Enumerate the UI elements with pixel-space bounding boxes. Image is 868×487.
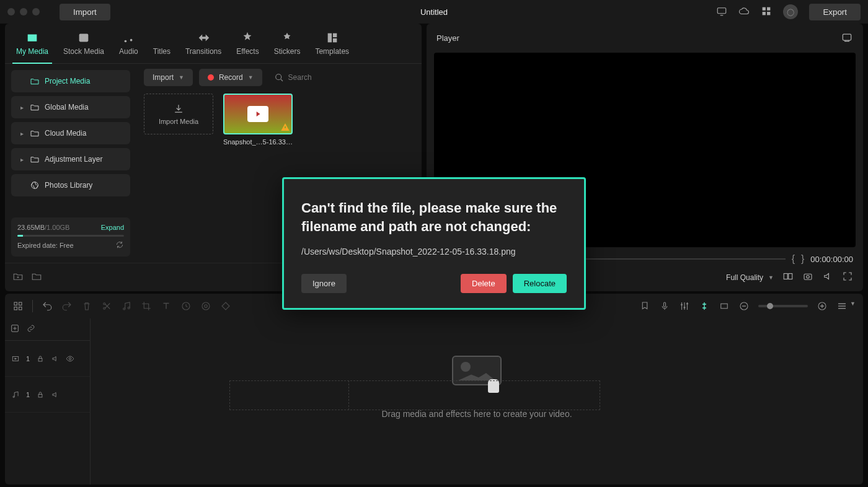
audio-track-header[interactable]: 1	[5, 377, 90, 413]
text-icon[interactable]	[161, 301, 172, 312]
delete-button[interactable]: Delete	[461, 274, 507, 293]
sidebar-item-global-media[interactable]: ▸ Global Media	[11, 96, 130, 118]
link-icon[interactable]	[26, 323, 36, 335]
keyframe-icon[interactable]	[220, 301, 231, 312]
tab-label: Audio	[119, 47, 138, 56]
sidebar-item-photos-library[interactable]: Photos Library	[11, 174, 130, 196]
volume-icon[interactable]	[822, 271, 833, 284]
import-button[interactable]: Import	[60, 4, 110, 20]
export-button[interactable]: Export	[809, 4, 861, 20]
svg-rect-22	[14, 302, 17, 305]
player-title: Player	[436, 33, 459, 43]
undo-icon[interactable]	[42, 301, 53, 312]
snapshot-icon[interactable]	[802, 271, 813, 284]
tracks-area[interactable]: Drag media and effects here to create yo…	[91, 318, 863, 485]
media-thumbnail	[223, 94, 293, 134]
crop-icon[interactable]	[141, 301, 152, 312]
asset-tabs: My Media Stock Media Audio Titles Transi…	[5, 24, 422, 64]
mixer-icon[interactable]	[679, 301, 690, 312]
lock-icon[interactable]	[36, 390, 45, 399]
tab-effects[interactable]: Effects	[232, 29, 262, 63]
refresh-icon[interactable]	[115, 240, 124, 250]
ignore-button[interactable]: Ignore	[301, 274, 347, 293]
storage-widget: 23.65MB/1.00GB Expand Expired date: Free	[11, 217, 130, 257]
tab-stickers[interactable]: Stickers	[270, 29, 304, 63]
disclosure-icon[interactable]: ▸	[19, 104, 25, 111]
tab-transitions[interactable]: Transitions	[182, 29, 225, 63]
visibility-icon[interactable]	[66, 354, 74, 363]
svg-rect-37	[721, 304, 728, 309]
search-input[interactable]	[288, 73, 397, 82]
svg-point-26	[104, 303, 105, 305]
expand-storage-button[interactable]: Expand	[101, 224, 124, 231]
sidebar-item-cloud-media[interactable]: ▸ Cloud Media	[11, 122, 130, 144]
grid-apps-icon[interactable]	[761, 6, 772, 19]
svg-rect-20	[804, 274, 812, 279]
tab-titles[interactable]: Titles	[149, 29, 174, 63]
disclosure-icon[interactable]: ▸	[19, 156, 25, 163]
svg-rect-11	[333, 38, 337, 42]
tab-label: Templates	[315, 47, 349, 56]
svg-point-28	[123, 308, 125, 310]
tab-audio[interactable]: Audio	[115, 29, 142, 63]
maximize-window[interactable]	[32, 8, 40, 15]
close-window[interactable]	[7, 8, 15, 15]
zoom-to-fit-icon[interactable]	[719, 301, 730, 312]
folder-icon	[30, 76, 40, 86]
window-controls	[7, 8, 40, 15]
record-dropdown[interactable]: Record ▼	[199, 69, 262, 86]
sidebar-item-project-media[interactable]: Project Media	[11, 70, 130, 92]
quality-dropdown[interactable]: Full Quality ▼	[726, 273, 774, 282]
player-settings-icon[interactable]	[841, 31, 853, 45]
avatar[interactable]: ◯	[783, 4, 798, 19]
tab-my-media[interactable]: My Media	[12, 29, 52, 63]
zoom-out-icon[interactable]	[738, 301, 750, 312]
compare-icon[interactable]	[782, 271, 794, 284]
razor-icon[interactable]	[699, 301, 710, 312]
sidebar-item-label: Project Media	[45, 77, 90, 86]
svg-point-8	[130, 39, 133, 42]
import-dropdown[interactable]: Import ▼	[144, 69, 193, 86]
disclosure-icon[interactable]: ▸	[19, 130, 25, 137]
sidebar-item-adjustment-layer[interactable]: ▸ Adjustment Layer	[11, 148, 130, 170]
voiceover-icon[interactable]	[659, 301, 670, 312]
new-bin-icon[interactable]	[31, 271, 42, 284]
video-track-header[interactable]: 1	[5, 341, 90, 377]
svg-rect-42	[38, 358, 42, 361]
svg-rect-4	[768, 12, 771, 15]
svg-rect-17	[843, 34, 851, 40]
relocate-button[interactable]: Relocate	[513, 274, 567, 293]
tab-stock-media[interactable]: Stock Media	[60, 29, 108, 63]
storage-bar	[17, 235, 124, 237]
mute-icon[interactable]	[51, 354, 60, 363]
marker-icon[interactable]	[639, 301, 650, 312]
color-icon[interactable]	[200, 301, 211, 312]
split-icon[interactable]	[101, 301, 112, 312]
new-folder-icon[interactable]	[12, 271, 24, 284]
import-media-tile[interactable]: Import Media	[144, 94, 213, 134]
mark-in-icon[interactable]: {	[792, 253, 795, 265]
delete-icon[interactable]	[81, 301, 92, 312]
audio-detach-icon[interactable]	[121, 301, 132, 312]
timeline-view-icon[interactable]: ▼	[836, 301, 856, 312]
fullscreen-icon[interactable]	[842, 271, 853, 284]
cloud-icon[interactable]	[738, 6, 750, 19]
zoom-slider[interactable]	[758, 305, 808, 307]
mute-icon[interactable]	[51, 390, 60, 399]
redo-icon[interactable]	[61, 301, 73, 312]
zoom-in-icon[interactable]	[817, 301, 828, 312]
add-track-icon[interactable]	[10, 323, 20, 335]
device-icon[interactable]	[716, 6, 727, 19]
minimize-window[interactable]	[20, 8, 27, 15]
mark-out-icon[interactable]: }	[801, 253, 804, 265]
tab-templates[interactable]: Templates	[311, 29, 353, 63]
svg-point-34	[681, 304, 682, 305]
search-icon	[273, 72, 285, 83]
speed-icon[interactable]	[180, 301, 192, 312]
media-item[interactable]: Snapshot_…5-16.33.18	[223, 94, 293, 146]
lock-icon[interactable]	[36, 354, 45, 363]
select-tool-icon[interactable]	[12, 301, 24, 312]
aperture-icon	[30, 180, 40, 190]
svg-point-27	[104, 307, 105, 309]
title-bar: Import Untitled ◯ Export	[0, 0, 868, 24]
